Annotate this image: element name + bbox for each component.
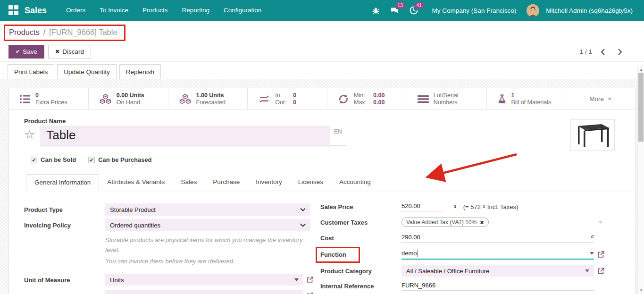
invoicing-policy-select[interactable]: Ordered quantities	[105, 219, 310, 231]
invoicing-policy-help: Storable products are physical items for…	[105, 235, 308, 255]
stat-buttons-row: 0Extra Prices 0.00 UnitsOn Hand 1.00 Uni…	[9, 88, 635, 110]
activities-clock-icon[interactable]: 41	[406, 0, 422, 21]
can-be-purchased-checkbox[interactable]: ✔ Can be Purchased	[88, 156, 151, 163]
caret-down-icon[interactable]	[598, 221, 602, 224]
taxes-included-note: (= 572 ₫ Incl. Taxes)	[463, 203, 519, 210]
cubes-icon	[99, 93, 112, 105]
tab-purchase[interactable]: Purchase	[205, 174, 248, 191]
can-be-sold-checkbox[interactable]: ✔ Can be Sold	[31, 156, 76, 163]
update-quantity-button[interactable]: Update Quantity	[57, 64, 117, 79]
product-name-input[interactable]: Table	[40, 126, 330, 147]
external-link-icon[interactable]	[306, 276, 314, 284]
table-image	[574, 122, 611, 148]
pager-next-icon[interactable]	[618, 48, 622, 56]
stat-in-out[interactable]: In:0 Out:0	[248, 88, 327, 109]
cost-label: Cost	[320, 235, 401, 242]
messages-count-badge: 13	[395, 2, 405, 8]
exchange-icon	[258, 94, 270, 104]
stat-lot-serial[interactable]: Lot/SerialNumbers	[407, 88, 487, 109]
stat-min-max[interactable]: Min:0.00 Max:0.00	[327, 88, 407, 109]
notebook-tabs: General Information Attributes & Variant…	[24, 174, 635, 191]
currency-symbol: ₫	[453, 203, 457, 210]
action-buttons-bar: Print Labels Update Quantity Replenish	[0, 61, 644, 79]
remove-tag-icon[interactable]: ✖	[480, 220, 484, 225]
invoicing-policy-help2: You can invoice them before they are del…	[105, 256, 308, 266]
purchase-uom-field[interactable]: Units	[105, 290, 303, 294]
tab-sales[interactable]: Sales	[173, 174, 205, 191]
product-name-label: Product Name	[24, 118, 635, 125]
product-image[interactable]	[570, 119, 615, 151]
messages-icon[interactable]: 13	[387, 0, 403, 21]
cubes-icon	[179, 93, 192, 105]
vertical-scrollbar[interactable]: ▲ ▼	[637, 66, 644, 294]
internal-reference-label: Internal Reference	[320, 283, 401, 290]
control-panel: Products / [FURN_9666] Table ✔ Save ✖ Di…	[0, 21, 644, 61]
general-information-pane: Product Type Storable Product Invoicing …	[9, 191, 635, 294]
nav-item-reporting[interactable]: Reporting	[175, 0, 217, 21]
nav-item-to-invoice[interactable]: To Invoice	[92, 0, 135, 21]
nav-item-orders[interactable]: Orders	[59, 0, 92, 21]
breadcrumb-separator: /	[42, 28, 48, 36]
scroll-down-icon[interactable]: ▼	[638, 288, 644, 293]
stat-more-dropdown[interactable]: More	[566, 88, 635, 109]
unit-of-measure-label: Unit of Measure	[24, 277, 105, 284]
replenish-button[interactable]: Replenish	[119, 64, 161, 79]
breadcrumb-annotation-box: Products / [FURN_9666] Table	[4, 25, 125, 41]
checkbox-check-icon: ✔	[31, 157, 37, 163]
favorite-star-icon[interactable]: ☆	[24, 127, 35, 142]
apps-menu-icon[interactable]	[8, 5, 19, 16]
nav-item-products[interactable]: Products	[135, 0, 175, 21]
breadcrumb-parent[interactable]: Products	[9, 28, 40, 36]
stat-extra-prices[interactable]: 0Extra Prices	[9, 88, 89, 109]
external-link-icon[interactable]	[306, 292, 314, 294]
pager-counter: 1 / 1	[580, 48, 592, 55]
cost-input[interactable]: 290.00 ₫	[401, 234, 594, 243]
currency-symbol: ₫	[591, 234, 594, 241]
invoicing-policy-label: Invoicing Policy	[24, 222, 105, 229]
list-icon	[19, 94, 31, 104]
discard-button[interactable]: ✖ Discard	[48, 45, 91, 59]
lines-icon	[418, 95, 429, 103]
stat-forecasted[interactable]: 1.00 UnitsForecasted	[168, 88, 248, 109]
tab-general-information[interactable]: General Information	[26, 174, 99, 191]
scrollbar-thumb[interactable]	[638, 73, 644, 142]
nav-item-configuration[interactable]: Configuration	[217, 0, 268, 21]
pager-previous-icon[interactable]	[601, 48, 605, 56]
chevron-down-icon	[300, 223, 306, 227]
check-icon: ✔	[16, 49, 20, 55]
product-type-select[interactable]: Storable Product	[105, 203, 310, 216]
company-switcher[interactable]: My Company (San Francisco)	[425, 7, 524, 14]
caret-down-icon[interactable]	[590, 252, 594, 255]
form-background: 0Extra Prices 0.00 UnitsOn Hand 1.00 Uni…	[0, 79, 644, 294]
chevron-down-icon	[300, 208, 306, 211]
sales-price-input[interactable]: 520.00	[401, 202, 445, 211]
stat-bill-of-materials[interactable]: 1Bill of Materials	[487, 88, 567, 109]
stat-on-hand[interactable]: 0.00 UnitsOn Hand	[89, 88, 168, 109]
external-link-icon[interactable]	[597, 267, 605, 275]
customer-tax-tag[interactable]: Value Added Tax (VAT) 10% ✖	[401, 218, 489, 227]
unit-of-measure-field[interactable]: Units	[105, 274, 303, 286]
tab-accounting[interactable]: Accounting	[331, 174, 379, 191]
external-link-icon[interactable]	[597, 251, 605, 259]
internal-reference-input[interactable]: FURN_9666	[401, 282, 594, 291]
language-badge[interactable]: EN	[330, 126, 346, 146]
save-button[interactable]: ✔ Save	[8, 45, 44, 59]
close-icon: ✖	[55, 49, 59, 55]
user-menu[interactable]: Mitchell Admin (sq6ha26gty5x)	[542, 7, 637, 14]
app-name[interactable]: Sales	[25, 6, 47, 16]
sales-price-label: Sales Price	[320, 203, 401, 210]
function-input[interactable]: demo	[401, 250, 594, 260]
tab-attributes-variants[interactable]: Attributes & Variants	[99, 174, 173, 191]
tab-inventory[interactable]: Inventory	[248, 174, 290, 191]
product-category-field[interactable]: All / Saleable / Office Furniture	[401, 265, 594, 277]
tab-licenses[interactable]: Licenses	[290, 174, 331, 191]
flask-icon	[497, 94, 507, 104]
scroll-up-icon[interactable]: ▲	[638, 67, 644, 72]
debug-bug-icon[interactable]	[368, 0, 384, 21]
breadcrumb-current: [FURN_9666] Table	[49, 28, 117, 36]
odoo-product-form-page: Sales Orders To Invoice Products Reporti…	[0, 0, 644, 294]
print-labels-button[interactable]: Print Labels	[8, 64, 54, 79]
user-avatar[interactable]	[527, 4, 539, 17]
caret-down-icon	[294, 278, 299, 281]
form-sheet: 0Extra Prices 0.00 UnitsOn Hand 1.00 Uni…	[8, 88, 636, 294]
